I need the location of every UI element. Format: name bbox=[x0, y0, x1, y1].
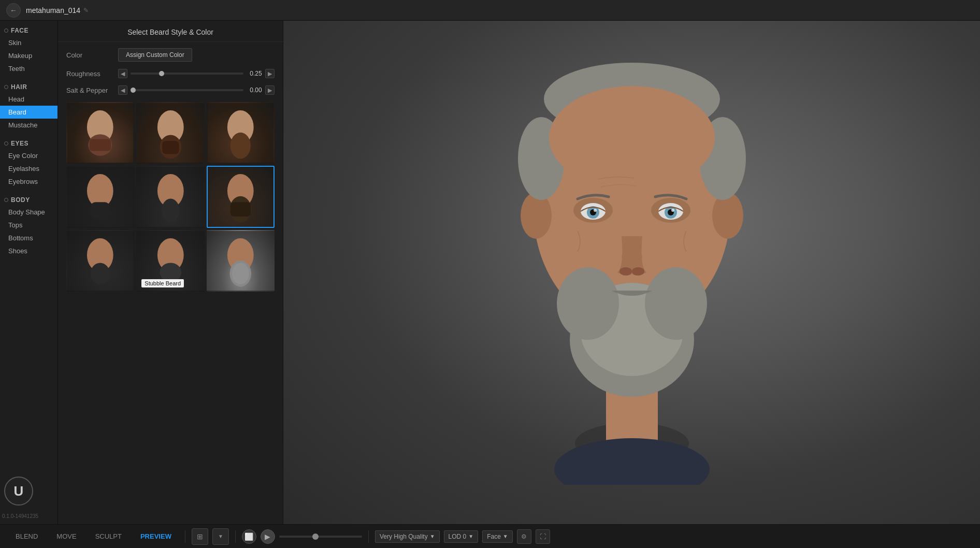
assign-color-button[interactable]: Assign Custom Color bbox=[118, 48, 192, 62]
face-title: FACE bbox=[11, 27, 28, 34]
svg-point-43 bbox=[619, 267, 632, 276]
sidebar-item-skin[interactable]: Skin bbox=[0, 36, 57, 49]
camera-button[interactable]: ⛶ bbox=[536, 529, 550, 544]
panel-title: Select Beard Style & Color bbox=[58, 21, 283, 42]
lod-label: LOD 0 bbox=[449, 533, 467, 540]
project-name: metahuman_014 bbox=[26, 6, 80, 15]
sidebar-item-makeup[interactable]: Makeup bbox=[0, 49, 57, 62]
divider-2 bbox=[235, 530, 236, 543]
quality-label: Very High Quality bbox=[380, 533, 428, 540]
sidebar-item-eyelashes[interactable]: Eyelashes bbox=[0, 162, 57, 175]
grid-view-button[interactable]: ⊞ bbox=[192, 528, 208, 545]
svg-rect-14 bbox=[230, 202, 251, 217]
camera-icon: ⛶ bbox=[540, 533, 546, 540]
chevron-down-button[interactable]: ▼ bbox=[212, 528, 229, 545]
beard-style-9[interactable] bbox=[207, 230, 275, 292]
beard-style-7[interactable] bbox=[66, 230, 134, 292]
svg-point-7 bbox=[230, 133, 251, 159]
move-button[interactable]: MOVE bbox=[49, 529, 83, 543]
view-select[interactable]: Face ▼ bbox=[482, 530, 513, 543]
roughness-decrease-button[interactable]: ◀ bbox=[118, 69, 127, 78]
svg-point-18 bbox=[160, 263, 181, 282]
center-panel: Select Beard Style & Color Color Assign … bbox=[58, 21, 283, 524]
saltpepper-value: 0.00 bbox=[247, 86, 265, 94]
scrubber-thumb[interactable] bbox=[312, 533, 319, 540]
preview-button[interactable]: PREVIEW bbox=[133, 529, 179, 543]
beard-style-8[interactable]: Stubble Beard bbox=[136, 230, 204, 292]
eyes-dot bbox=[4, 141, 8, 146]
svg-point-48 bbox=[557, 267, 619, 340]
preview-gradient bbox=[283, 21, 980, 524]
roughness-thumb[interactable] bbox=[159, 71, 164, 76]
quality-chevron: ▼ bbox=[430, 533, 435, 539]
beard-style-2[interactable] bbox=[136, 102, 204, 164]
face-preview-svg bbox=[497, 21, 767, 485]
back-button[interactable]: ← bbox=[6, 3, 21, 18]
version-label: 0.1.0-14941235 bbox=[2, 513, 38, 519]
lod-select[interactable]: LOD 0 ▼ bbox=[444, 530, 479, 543]
beard-style-7-preview bbox=[70, 234, 130, 288]
sidebar-item-bottoms[interactable]: Bottoms bbox=[0, 232, 57, 244]
svg-rect-2 bbox=[90, 139, 111, 151]
sidebar-title-eyes: EYES bbox=[0, 138, 57, 149]
beard-style-1[interactable] bbox=[66, 102, 134, 164]
sidebar-item-eye-color[interactable]: Eye Color bbox=[0, 149, 57, 162]
divider-1 bbox=[185, 530, 185, 543]
sidebar-item-eyebrows[interactable]: Eyebrows bbox=[0, 175, 57, 188]
grid-icon: ⊞ bbox=[197, 532, 203, 541]
roughness-track[interactable] bbox=[131, 73, 243, 75]
sidebar-item-body-shape[interactable]: Body Shape bbox=[0, 206, 57, 219]
color-label: Color bbox=[66, 51, 118, 59]
sculpt-button[interactable]: SCULPT bbox=[88, 529, 129, 543]
blend-button[interactable]: BLEND bbox=[8, 529, 45, 543]
view-label: Face bbox=[487, 533, 501, 540]
beard-style-4[interactable] bbox=[66, 166, 134, 227]
beard-style-5[interactable] bbox=[136, 166, 204, 227]
roughness-increase-button[interactable]: ▶ bbox=[265, 69, 275, 78]
settings-icon: ⚙ bbox=[521, 533, 527, 540]
roughness-label: Roughness bbox=[66, 70, 118, 78]
svg-point-21 bbox=[232, 263, 249, 284]
svg-point-27 bbox=[712, 192, 743, 239]
sidebar-item-shoes[interactable]: Shoes bbox=[0, 244, 57, 257]
salt-pepper-label: Salt & Pepper bbox=[66, 86, 118, 94]
svg-point-41 bbox=[671, 209, 674, 212]
svg-point-40 bbox=[594, 209, 597, 212]
bottom-bar: BLEND MOVE SCULPT PREVIEW ⊞ ▼ ⬜ ▶ Very H… bbox=[0, 524, 980, 548]
stop-button[interactable]: ⬜ bbox=[242, 529, 256, 544]
sidebar-item-beard[interactable]: Beard bbox=[0, 106, 57, 119]
settings-button[interactable]: ⚙ bbox=[517, 529, 531, 544]
svg-point-16 bbox=[91, 263, 110, 284]
sidebar-item-tops[interactable]: Tops bbox=[0, 219, 57, 232]
beard-style-3[interactable] bbox=[207, 102, 275, 164]
sidebar-section-eyes: EYES Eye Color Eyelashes Eyebrows bbox=[0, 134, 57, 190]
roughness-value: 0.25 bbox=[247, 70, 265, 77]
salt-pepper-row: Salt & Pepper ◀ 0.00 ▶ bbox=[66, 85, 275, 95]
body-title: BODY bbox=[11, 196, 30, 204]
sidebar: FACE Skin Makeup Teeth HAIR Head Beard M… bbox=[0, 21, 58, 524]
edit-icon[interactable]: ✎ bbox=[83, 7, 89, 14]
main-layout: FACE Skin Makeup Teeth HAIR Head Beard M… bbox=[0, 21, 980, 524]
sidebar-item-mustache[interactable]: Mustache bbox=[0, 119, 57, 132]
saltpepper-track[interactable] bbox=[131, 89, 243, 91]
beard-style-6[interactable] bbox=[207, 166, 275, 227]
beard-style-4-preview bbox=[70, 170, 130, 224]
timeline-scrubber[interactable] bbox=[279, 536, 362, 538]
play-button[interactable]: ▶ bbox=[261, 529, 275, 544]
beard-style-6-preview bbox=[211, 170, 270, 224]
view-chevron: ▼ bbox=[503, 533, 508, 539]
saltpepper-increase-button[interactable]: ▶ bbox=[265, 85, 275, 95]
panel-content: Color Assign Custom Color Roughness ◀ 0.… bbox=[58, 42, 283, 524]
beard-style-3-preview bbox=[211, 106, 270, 160]
sidebar-section-face: FACE Skin Makeup Teeth bbox=[0, 21, 57, 77]
color-row: Color Assign Custom Color bbox=[66, 48, 275, 62]
saltpepper-decrease-button[interactable]: ◀ bbox=[118, 85, 127, 95]
hair-dot bbox=[4, 85, 8, 89]
svg-rect-5 bbox=[162, 141, 179, 154]
svg-rect-9 bbox=[91, 202, 110, 219]
saltpepper-thumb[interactable] bbox=[131, 88, 136, 93]
quality-select[interactable]: Very High Quality ▼ bbox=[375, 530, 440, 543]
sidebar-item-head[interactable]: Head bbox=[0, 93, 57, 106]
sidebar-item-teeth[interactable]: Teeth bbox=[0, 62, 57, 75]
beard-style-8-preview bbox=[141, 234, 200, 288]
